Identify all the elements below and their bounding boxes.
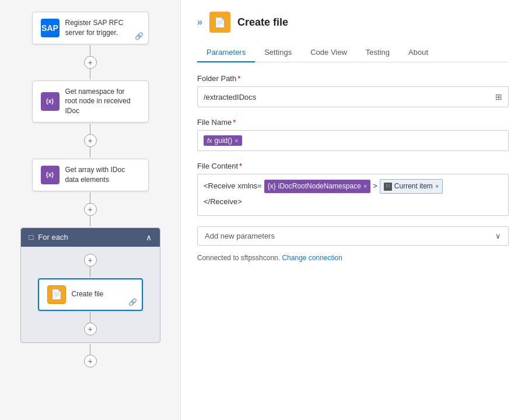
panel-title: Create file bbox=[237, 16, 288, 29]
panel-header: » 📄 Create file bbox=[197, 12, 509, 33]
node-get-namespace-text: Get namespace for root node in received … bbox=[65, 87, 131, 116]
file-name-group: File Name* fx guid() × bbox=[197, 118, 509, 151]
tab-code-view[interactable]: Code View bbox=[301, 43, 356, 62]
add-button-after-foreach[interactable]: + bbox=[84, 355, 97, 368]
folder-path-value: /extractedIDocs bbox=[204, 93, 256, 102]
file-content-group: File Content* <Receive xmlns= {x} iDocRo… bbox=[197, 162, 509, 216]
guid-token-close[interactable]: × bbox=[235, 137, 238, 144]
connector-inner-top: + bbox=[84, 254, 97, 277]
add-button-inner-bottom[interactable]: + bbox=[84, 323, 97, 335]
node-create-file-text: Create file bbox=[72, 289, 104, 299]
content-row-1: <Receive xmlns= {x} iDocRootNodeNamespac… bbox=[204, 179, 502, 194]
add-params-dropdown[interactable]: Add new parameters ∨ bbox=[197, 226, 509, 246]
flow-nodes: SAP Register SAP RFC server for trigger.… bbox=[6, 12, 174, 369]
node-get-array[interactable]: {x} Get array with IDoc data elements bbox=[32, 159, 149, 191]
connector-after-foreach: + bbox=[84, 344, 97, 368]
expand-icon[interactable]: » bbox=[197, 17, 202, 27]
var-token-close[interactable]: × bbox=[363, 181, 367, 192]
current-item-token: □ Current item × bbox=[380, 179, 443, 194]
connector-2: + bbox=[84, 124, 97, 158]
tab-settings[interactable]: Settings bbox=[255, 43, 301, 62]
connector-1: + bbox=[84, 46, 97, 79]
receive-prefix: <Receive xmlns= bbox=[204, 180, 262, 192]
file-content-input[interactable]: <Receive xmlns= {x} iDocRootNodeNamespac… bbox=[197, 174, 509, 216]
foreach-box-icon: □ bbox=[29, 233, 34, 242]
var-label: iDocRootNodeNamespace bbox=[278, 181, 361, 192]
guid-token: fx guid() × bbox=[204, 135, 242, 146]
connector-inner-bottom: + bbox=[84, 312, 97, 335]
foreach-label: For each bbox=[38, 233, 68, 242]
tab-about[interactable]: About bbox=[399, 43, 438, 62]
var-token: {x} iDocRootNodeNamespace × bbox=[264, 180, 371, 193]
add-params-label: Add new parameters bbox=[205, 232, 275, 240]
var-icon: {x} bbox=[268, 181, 276, 192]
variable-icon-2: {x} bbox=[41, 166, 60, 184]
node-register-sap[interactable]: SAP Register SAP RFC server for trigger.… bbox=[32, 12, 149, 44]
guid-token-label: guid() bbox=[215, 136, 233, 145]
tab-parameters[interactable]: Parameters bbox=[197, 43, 255, 62]
chevron-up-icon[interactable]: ∧ bbox=[146, 233, 152, 242]
add-button-1[interactable]: + bbox=[84, 56, 97, 69]
connector-3: + bbox=[84, 192, 97, 226]
current-item-label: Current item bbox=[394, 181, 433, 192]
folder-path-icon: ⊞ bbox=[495, 92, 502, 102]
add-button-3[interactable]: + bbox=[84, 203, 97, 216]
foreach-header-left: □ For each bbox=[29, 233, 68, 242]
tab-testing[interactable]: Testing bbox=[356, 43, 399, 62]
node-get-array-text: Get array with IDoc data elements bbox=[65, 165, 125, 185]
node-get-namespace[interactable]: {x} Get namespace for root node in recei… bbox=[32, 80, 149, 123]
node-create-file[interactable]: 📄 Create file 🔗 bbox=[38, 278, 143, 311]
folder-path-group: Folder Path* /extractedIDocs ⊞ bbox=[197, 74, 509, 107]
flow-canvas: SAP Register SAP RFC server for trigger.… bbox=[0, 0, 181, 420]
receive-suffix: </Receive> bbox=[204, 196, 242, 208]
detail-panel: » 📄 Create file Parameters Settings Code… bbox=[181, 0, 525, 420]
panel-file-icon: 📄 bbox=[209, 12, 230, 33]
file-content-label: File Content* bbox=[197, 162, 509, 170]
sap-icon: SAP bbox=[41, 19, 60, 37]
file-icon: 📄 bbox=[47, 285, 66, 304]
add-button-2[interactable]: + bbox=[84, 134, 97, 147]
foreach-header[interactable]: □ For each ∧ bbox=[21, 228, 160, 247]
foreach-container: □ For each ∧ + 📄 Create file 🔗 bbox=[20, 228, 160, 343]
add-button-inner-top[interactable]: + bbox=[84, 254, 97, 267]
file-name-label: File Name* bbox=[197, 118, 509, 127]
func-icon: fx bbox=[207, 137, 212, 144]
change-connection-link[interactable]: Change connection bbox=[282, 254, 342, 262]
box-icon: □ bbox=[384, 183, 392, 191]
link-icon: 🔗 bbox=[135, 32, 144, 40]
node-register-sap-text: Register SAP RFC server for trigger. bbox=[65, 18, 124, 38]
chevron-down-icon: ∨ bbox=[495, 232, 501, 240]
connection-text: Connected to sftpsshconn. bbox=[197, 254, 280, 262]
file-name-input[interactable]: fx guid() × bbox=[197, 130, 509, 151]
separator: > bbox=[373, 180, 377, 192]
connection-info: Connected to sftpsshconn. Change connect… bbox=[197, 254, 509, 262]
content-row-2: </Receive> bbox=[204, 196, 502, 208]
inner-link-icon: 🔗 bbox=[128, 298, 137, 306]
variable-icon-1: {x} bbox=[41, 92, 60, 111]
folder-path-input[interactable]: /extractedIDocs ⊞ bbox=[197, 86, 509, 107]
tabs-bar: Parameters Settings Code View Testing Ab… bbox=[197, 43, 509, 62]
current-item-close[interactable]: × bbox=[435, 181, 439, 192]
foreach-body: + 📄 Create file 🔗 + bbox=[21, 247, 160, 342]
folder-path-label: Folder Path* bbox=[197, 74, 509, 83]
